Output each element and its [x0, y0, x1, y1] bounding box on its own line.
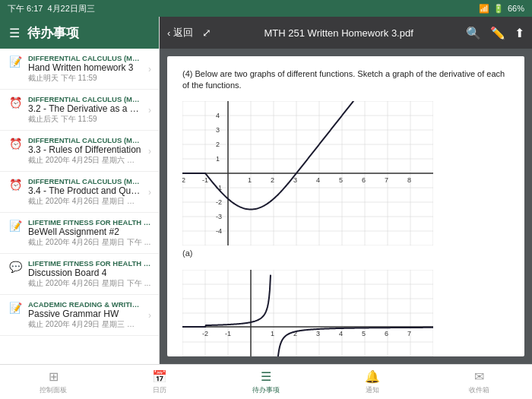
item-name-6: Discussion Board 4 — [28, 268, 151, 278]
search-icon[interactable]: 🔍 — [466, 26, 481, 40]
chevron-icon-4: › — [148, 187, 151, 198]
item-due-2: 截止后天 下午 11:59 — [28, 114, 142, 125]
tab-notifications-label: 通知 — [366, 385, 379, 395]
status-bar: 下午 6:17 4月22日周三 📶 🔋 66% — [0, 0, 532, 17]
item-content-2: DIFFERENTIAL CALCULUS (MTH... 3.2 - The … — [28, 95, 142, 125]
tab-notifications[interactable]: 🔔 通知 — [319, 366, 426, 399]
item-due-5: 截止 2020年 4月26日 星期日 下午 ... — [28, 237, 151, 248]
tab-notifications-icon: 🔔 — [365, 369, 380, 384]
item-icon-2: ⏰ — [9, 97, 22, 109]
pdf-viewer: ‹ 返回 ⤢ MTH 251 Written Homework 3.pdf 🔍 … — [160, 17, 532, 364]
battery-icon: 🔋 — [493, 4, 504, 14]
chevron-icon-7: › — [148, 310, 151, 321]
graph-b-wrapper: (b) — [182, 270, 433, 356]
item-icon-3: ⏰ — [9, 138, 22, 150]
tab-calendar-icon: 📅 — [152, 369, 167, 384]
status-date: 4月22日周三 — [47, 3, 94, 14]
pdf-question-text: (4) Below are two graphs of different fu… — [182, 68, 509, 92]
tab-calendar-label: 日历 — [153, 385, 166, 395]
battery-level: 66% — [508, 4, 524, 13]
pdf-toolbar: ‹ 返回 ⤢ MTH 251 Written Homework 3.pdf 🔍 … — [160, 17, 532, 49]
expand-icon[interactable]: ⤢ — [202, 27, 211, 39]
chevron-icon-3: › — [148, 146, 151, 157]
tab-todo[interactable]: ☰ 待办事项 — [213, 366, 319, 399]
item-icon-6: 💬 — [9, 261, 22, 273]
share-icon[interactable]: ⬆ — [515, 26, 524, 40]
item-due-3: 截止 2020年 4月25日 星期六 下午... — [28, 155, 142, 166]
graph-a-canvas — [182, 101, 433, 245]
item-content-1: DIFFERENTIAL CALCULUS (MTH... Hand Writt… — [28, 54, 142, 84]
tab-dashboard-icon: ⊞ — [49, 369, 59, 384]
item-course-2: DIFFERENTIAL CALCULUS (MTH... — [28, 95, 142, 103]
pdf-content[interactable]: (4) Below are two graphs of different fu… — [167, 56, 524, 356]
status-right: 📶 🔋 66% — [479, 4, 524, 14]
item-icon-1: 📝 — [9, 55, 22, 68]
tab-todo-icon: ☰ — [261, 369, 271, 384]
item-course-3: DIFFERENTIAL CALCULUS (MTH... — [28, 136, 142, 144]
item-due-4: 截止 2020年 4月26日 星期日 下午 ... — [28, 196, 142, 207]
item-icon-5: 📝 — [9, 220, 22, 232]
back-label: 返回 — [173, 26, 193, 40]
sidebar-item-5[interactable]: 📝 LIFETIME FITNESS FOR HEALTH (... BeWel… — [0, 213, 159, 254]
sidebar-item-2[interactable]: ⏰ DIFFERENTIAL CALCULUS (MTH... 3.2 - Th… — [0, 90, 159, 131]
tab-dashboard-label: 控制面板 — [40, 385, 67, 395]
tab-bar: ⊞ 控制面板 📅 日历 ☰ 待办事项 🔔 通知 ✉ 收件箱 — [0, 364, 532, 399]
item-due-7: 截止 2020年 4月29日 星期三 上午 ... — [28, 319, 142, 330]
item-content-3: DIFFERENTIAL CALCULUS (MTH... 3.3 - Rule… — [28, 136, 142, 166]
item-content-6: LIFETIME FITNESS FOR HEALTH (... Discuss… — [28, 259, 151, 289]
item-name-2: 3.2 - The Derivative as a Func... — [28, 103, 142, 114]
item-course-5: LIFETIME FITNESS FOR HEALTH (... — [28, 218, 151, 226]
item-course-7: ACADEMIC READING & WRITING... — [28, 300, 142, 309]
graphs-container: (a) (b) — [182, 101, 509, 356]
chevron-icon-1: › — [148, 64, 151, 74]
hamburger-icon[interactable]: ☰ — [9, 26, 20, 40]
sidebar-item-4[interactable]: ⏰ DIFFERENTIAL CALCULUS (MTH... 3.4 - Th… — [0, 172, 159, 213]
pdf-toolbar-actions: 🔍 ✏️ ⬆ — [466, 26, 524, 40]
sidebar-header: ☰ 待办事项 — [0, 17, 159, 49]
item-name-4: 3.4 - The Product and Quotie... — [28, 185, 142, 196]
sidebar: ☰ 待办事项 📝 DIFFERENTIAL CALCULUS (MTH... H… — [0, 17, 160, 364]
graph-b-canvas — [182, 270, 433, 356]
sidebar-items: 📝 DIFFERENTIAL CALCULUS (MTH... Hand Wri… — [0, 49, 159, 364]
chevron-icon-2: › — [148, 105, 151, 116]
item-icon-7: 📝 — [9, 302, 22, 314]
tab-calendar[interactable]: 📅 日历 — [106, 366, 213, 399]
item-name-3: 3.3 - Rules of Differentiation — [28, 144, 142, 155]
item-content-4: DIFFERENTIAL CALCULUS (MTH... 3.4 - The … — [28, 177, 142, 207]
item-name-7: Passive Grammar HW — [28, 309, 142, 319]
tab-todo-label: 待办事项 — [252, 385, 280, 395]
annotate-icon[interactable]: ✏️ — [490, 26, 505, 40]
item-name-5: BeWell Assignment #2 — [28, 226, 151, 237]
tab-inbox[interactable]: ✉ 收件箱 — [426, 366, 532, 399]
item-content-7: ACADEMIC READING & WRITING... Passive Gr… — [28, 300, 142, 330]
sidebar-item-1[interactable]: 📝 DIFFERENTIAL CALCULUS (MTH... Hand Wri… — [0, 49, 159, 90]
main-layout: ☰ 待办事项 📝 DIFFERENTIAL CALCULUS (MTH... H… — [0, 17, 532, 364]
sidebar-item-3[interactable]: ⏰ DIFFERENTIAL CALCULUS (MTH... 3.3 - Ru… — [0, 131, 159, 172]
sidebar-item-7[interactable]: 📝 ACADEMIC READING & WRITING... Passive … — [0, 295, 159, 336]
pdf-title: MTH 251 Written Homework 3.pdf — [217, 27, 460, 39]
graph-a-label: (a) — [182, 249, 433, 258]
tab-inbox-icon: ✉ — [474, 369, 484, 384]
item-content-5: LIFETIME FITNESS FOR HEALTH (... BeWell … — [28, 218, 151, 248]
pdf-back-button[interactable]: ‹ 返回 — [167, 26, 193, 40]
sidebar-title: 待办事项 — [27, 24, 79, 42]
item-due-6: 截止 2020年 4月26日 星期日 下午 ... — [28, 278, 151, 289]
status-time: 下午 6:17 — [8, 3, 43, 14]
item-name-1: Hand Written homework 3 — [28, 62, 142, 73]
chevron-left-icon: ‹ — [167, 27, 170, 39]
wifi-icon: 📶 — [479, 4, 489, 14]
item-course-4: DIFFERENTIAL CALCULUS (MTH... — [28, 177, 142, 185]
item-due-1: 截止明天 下午 11:59 — [28, 73, 142, 84]
item-course-6: LIFETIME FITNESS FOR HEALTH (... — [28, 259, 151, 268]
item-icon-4: ⏰ — [9, 179, 22, 191]
sidebar-item-6[interactable]: 💬 LIFETIME FITNESS FOR HEALTH (... Discu… — [0, 254, 159, 295]
tab-dashboard[interactable]: ⊞ 控制面板 — [0, 366, 106, 399]
status-left: 下午 6:17 4月22日周三 — [8, 3, 95, 14]
graph-a-wrapper: (a) — [182, 101, 433, 258]
item-course-1: DIFFERENTIAL CALCULUS (MTH... — [28, 54, 142, 62]
tab-inbox-label: 收件箱 — [469, 385, 489, 395]
